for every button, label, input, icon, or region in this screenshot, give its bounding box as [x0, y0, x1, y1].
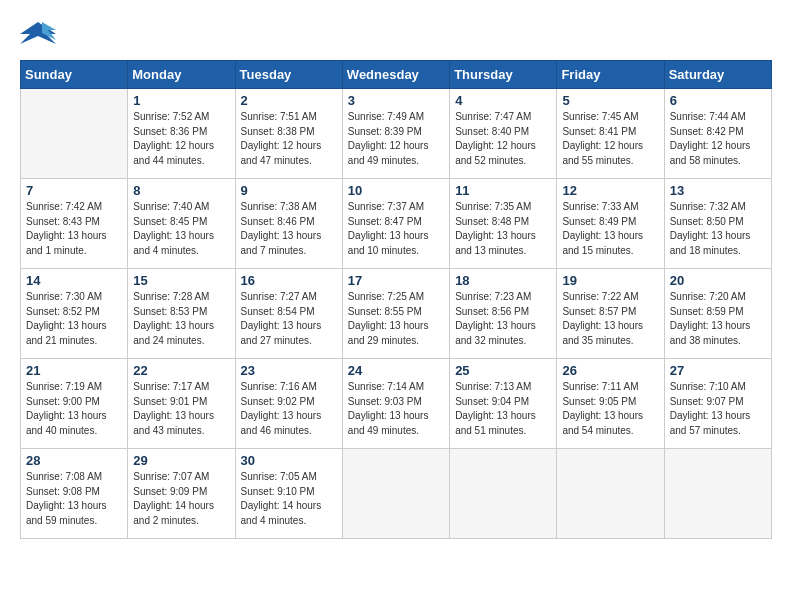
- day-cell: 2Sunrise: 7:51 AMSunset: 8:38 PMDaylight…: [235, 89, 342, 179]
- day-info: Sunrise: 7:28 AMSunset: 8:53 PMDaylight:…: [133, 290, 229, 348]
- day-info: Sunrise: 7:38 AMSunset: 8:46 PMDaylight:…: [241, 200, 337, 258]
- day-info: Sunrise: 7:40 AMSunset: 8:45 PMDaylight:…: [133, 200, 229, 258]
- day-cell: 12Sunrise: 7:33 AMSunset: 8:49 PMDayligh…: [557, 179, 664, 269]
- day-cell: 23Sunrise: 7:16 AMSunset: 9:02 PMDayligh…: [235, 359, 342, 449]
- day-number: 15: [133, 273, 229, 288]
- day-info: Sunrise: 7:45 AMSunset: 8:41 PMDaylight:…: [562, 110, 658, 168]
- day-cell: 1Sunrise: 7:52 AMSunset: 8:36 PMDaylight…: [128, 89, 235, 179]
- day-info: Sunrise: 7:49 AMSunset: 8:39 PMDaylight:…: [348, 110, 444, 168]
- day-number: 18: [455, 273, 551, 288]
- day-number: 22: [133, 363, 229, 378]
- week-row-5: 28Sunrise: 7:08 AMSunset: 9:08 PMDayligh…: [21, 449, 772, 539]
- day-info: Sunrise: 7:23 AMSunset: 8:56 PMDaylight:…: [455, 290, 551, 348]
- logo: [20, 20, 60, 50]
- day-cell: 19Sunrise: 7:22 AMSunset: 8:57 PMDayligh…: [557, 269, 664, 359]
- day-info: Sunrise: 7:52 AMSunset: 8:36 PMDaylight:…: [133, 110, 229, 168]
- week-row-2: 7Sunrise: 7:42 AMSunset: 8:43 PMDaylight…: [21, 179, 772, 269]
- day-info: Sunrise: 7:13 AMSunset: 9:04 PMDaylight:…: [455, 380, 551, 438]
- day-cell: 17Sunrise: 7:25 AMSunset: 8:55 PMDayligh…: [342, 269, 449, 359]
- day-number: 8: [133, 183, 229, 198]
- column-header-sunday: Sunday: [21, 61, 128, 89]
- column-header-friday: Friday: [557, 61, 664, 89]
- day-info: Sunrise: 7:05 AMSunset: 9:10 PMDaylight:…: [241, 470, 337, 528]
- day-cell: 22Sunrise: 7:17 AMSunset: 9:01 PMDayligh…: [128, 359, 235, 449]
- day-info: Sunrise: 7:14 AMSunset: 9:03 PMDaylight:…: [348, 380, 444, 438]
- svg-marker-0: [20, 22, 56, 44]
- day-number: 26: [562, 363, 658, 378]
- day-cell: 24Sunrise: 7:14 AMSunset: 9:03 PMDayligh…: [342, 359, 449, 449]
- day-number: 4: [455, 93, 551, 108]
- day-info: Sunrise: 7:32 AMSunset: 8:50 PMDaylight:…: [670, 200, 766, 258]
- page-header: [20, 20, 772, 50]
- day-cell: 15Sunrise: 7:28 AMSunset: 8:53 PMDayligh…: [128, 269, 235, 359]
- day-cell: 29Sunrise: 7:07 AMSunset: 9:09 PMDayligh…: [128, 449, 235, 539]
- day-number: 14: [26, 273, 122, 288]
- day-info: Sunrise: 7:47 AMSunset: 8:40 PMDaylight:…: [455, 110, 551, 168]
- day-number: 10: [348, 183, 444, 198]
- day-number: 17: [348, 273, 444, 288]
- day-info: Sunrise: 7:17 AMSunset: 9:01 PMDaylight:…: [133, 380, 229, 438]
- day-cell: 28Sunrise: 7:08 AMSunset: 9:08 PMDayligh…: [21, 449, 128, 539]
- day-cell: 26Sunrise: 7:11 AMSunset: 9:05 PMDayligh…: [557, 359, 664, 449]
- day-number: 6: [670, 93, 766, 108]
- day-number: 20: [670, 273, 766, 288]
- day-info: Sunrise: 7:11 AMSunset: 9:05 PMDaylight:…: [562, 380, 658, 438]
- day-number: 9: [241, 183, 337, 198]
- day-cell: [557, 449, 664, 539]
- day-number: 21: [26, 363, 122, 378]
- day-cell: 18Sunrise: 7:23 AMSunset: 8:56 PMDayligh…: [450, 269, 557, 359]
- day-info: Sunrise: 7:08 AMSunset: 9:08 PMDaylight:…: [26, 470, 122, 528]
- day-info: Sunrise: 7:35 AMSunset: 8:48 PMDaylight:…: [455, 200, 551, 258]
- column-header-monday: Monday: [128, 61, 235, 89]
- day-number: 1: [133, 93, 229, 108]
- calendar-table: SundayMondayTuesdayWednesdayThursdayFrid…: [20, 60, 772, 539]
- week-row-1: 1Sunrise: 7:52 AMSunset: 8:36 PMDaylight…: [21, 89, 772, 179]
- day-info: Sunrise: 7:22 AMSunset: 8:57 PMDaylight:…: [562, 290, 658, 348]
- day-cell: 5Sunrise: 7:45 AMSunset: 8:41 PMDaylight…: [557, 89, 664, 179]
- day-number: 29: [133, 453, 229, 468]
- day-cell: 7Sunrise: 7:42 AMSunset: 8:43 PMDaylight…: [21, 179, 128, 269]
- day-info: Sunrise: 7:30 AMSunset: 8:52 PMDaylight:…: [26, 290, 122, 348]
- day-number: 2: [241, 93, 337, 108]
- header-row: SundayMondayTuesdayWednesdayThursdayFrid…: [21, 61, 772, 89]
- column-header-wednesday: Wednesday: [342, 61, 449, 89]
- day-number: 7: [26, 183, 122, 198]
- day-number: 3: [348, 93, 444, 108]
- day-number: 12: [562, 183, 658, 198]
- day-info: Sunrise: 7:16 AMSunset: 9:02 PMDaylight:…: [241, 380, 337, 438]
- day-info: Sunrise: 7:20 AMSunset: 8:59 PMDaylight:…: [670, 290, 766, 348]
- day-cell: [450, 449, 557, 539]
- day-cell: 30Sunrise: 7:05 AMSunset: 9:10 PMDayligh…: [235, 449, 342, 539]
- day-info: Sunrise: 7:51 AMSunset: 8:38 PMDaylight:…: [241, 110, 337, 168]
- day-number: 25: [455, 363, 551, 378]
- day-info: Sunrise: 7:10 AMSunset: 9:07 PMDaylight:…: [670, 380, 766, 438]
- day-number: 13: [670, 183, 766, 198]
- day-cell: 8Sunrise: 7:40 AMSunset: 8:45 PMDaylight…: [128, 179, 235, 269]
- day-cell: 4Sunrise: 7:47 AMSunset: 8:40 PMDaylight…: [450, 89, 557, 179]
- day-number: 28: [26, 453, 122, 468]
- day-info: Sunrise: 7:27 AMSunset: 8:54 PMDaylight:…: [241, 290, 337, 348]
- day-cell: 10Sunrise: 7:37 AMSunset: 8:47 PMDayligh…: [342, 179, 449, 269]
- day-cell: 16Sunrise: 7:27 AMSunset: 8:54 PMDayligh…: [235, 269, 342, 359]
- day-info: Sunrise: 7:44 AMSunset: 8:42 PMDaylight:…: [670, 110, 766, 168]
- day-cell: 9Sunrise: 7:38 AMSunset: 8:46 PMDaylight…: [235, 179, 342, 269]
- day-cell: [342, 449, 449, 539]
- day-cell: [664, 449, 771, 539]
- day-number: 23: [241, 363, 337, 378]
- week-row-3: 14Sunrise: 7:30 AMSunset: 8:52 PMDayligh…: [21, 269, 772, 359]
- day-number: 16: [241, 273, 337, 288]
- logo-icon: [20, 20, 56, 50]
- day-info: Sunrise: 7:25 AMSunset: 8:55 PMDaylight:…: [348, 290, 444, 348]
- day-cell: [21, 89, 128, 179]
- day-number: 5: [562, 93, 658, 108]
- day-number: 27: [670, 363, 766, 378]
- day-cell: 14Sunrise: 7:30 AMSunset: 8:52 PMDayligh…: [21, 269, 128, 359]
- column-header-thursday: Thursday: [450, 61, 557, 89]
- day-cell: 13Sunrise: 7:32 AMSunset: 8:50 PMDayligh…: [664, 179, 771, 269]
- column-header-tuesday: Tuesday: [235, 61, 342, 89]
- day-number: 19: [562, 273, 658, 288]
- day-info: Sunrise: 7:42 AMSunset: 8:43 PMDaylight:…: [26, 200, 122, 258]
- day-number: 30: [241, 453, 337, 468]
- day-cell: 25Sunrise: 7:13 AMSunset: 9:04 PMDayligh…: [450, 359, 557, 449]
- day-number: 11: [455, 183, 551, 198]
